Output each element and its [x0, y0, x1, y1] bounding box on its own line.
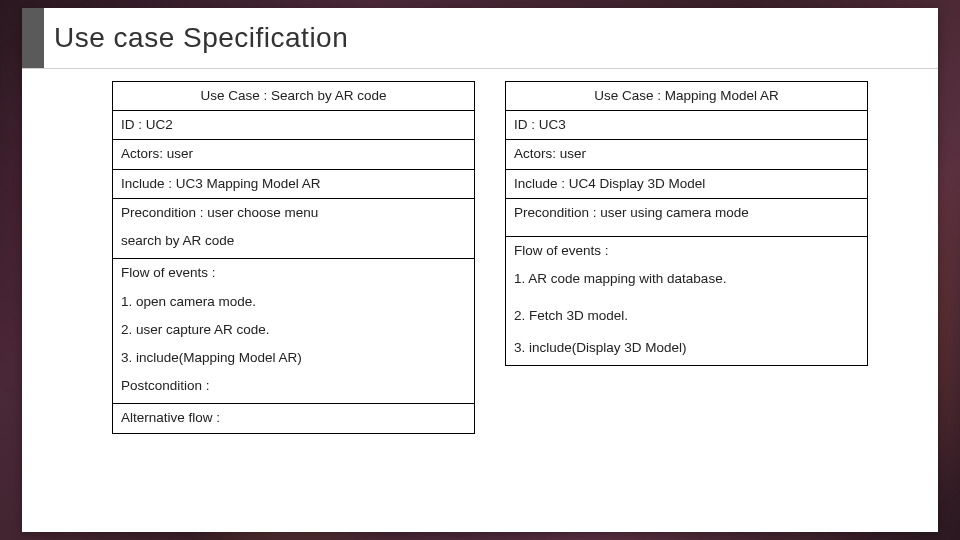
content-area: Use Case : Search by AR code ID : UC2 Ac… — [22, 69, 938, 444]
uc2-postcondition: Postcondition : — [121, 377, 466, 395]
uc2-include: Include : UC3 Mapping Model AR — [113, 169, 475, 198]
uc2-precond-line2: search by AR code — [121, 232, 466, 250]
uc3-header: Use Case : Mapping Model AR — [506, 82, 868, 111]
header-accent-bar — [22, 8, 44, 68]
uc3-id: ID : UC3 — [506, 111, 868, 140]
uc3-flow-step1: 1. AR code mapping with database. — [514, 270, 859, 288]
page-title: Use case Specification — [44, 8, 362, 68]
uc3-actors: Actors: user — [506, 140, 868, 169]
usecase-table-uc3: Use Case : Mapping Model AR ID : UC3 Act… — [505, 81, 868, 366]
uc2-precondition: Precondition : user choose menu search b… — [113, 198, 475, 258]
uc2-flow: Flow of events : 1. open camera mode. 2.… — [113, 259, 475, 404]
uc2-id: ID : UC2 — [113, 111, 475, 140]
uc3-flow-label: Flow of events : — [514, 242, 859, 260]
slide-header: Use case Specification — [22, 8, 938, 69]
uc2-altflow: Alternative flow : — [113, 404, 475, 433]
uc2-flow-label: Flow of events : — [121, 264, 466, 282]
uc3-flow-step2: 2. Fetch 3D model. — [514, 307, 859, 325]
uc3-include: Include : UC4 Display 3D Model — [506, 169, 868, 198]
uc3-precondition: Precondition : user using camera mode — [506, 198, 868, 236]
uc2-actors: Actors: user — [113, 140, 475, 169]
slide: Use case Specification Use Case : Search… — [22, 8, 938, 532]
uc2-flow-step3: 3. include(Mapping Model AR) — [121, 349, 466, 367]
usecase-left-column: Use Case : Search by AR code ID : UC2 Ac… — [112, 81, 475, 434]
uc2-flow-step1: 1. open camera mode. — [121, 293, 466, 311]
uc3-flow-step3: 3. include(Display 3D Model) — [514, 339, 859, 357]
uc3-flow: Flow of events : 1. AR code mapping with… — [506, 237, 868, 366]
usecase-table-uc2: Use Case : Search by AR code ID : UC2 Ac… — [112, 81, 475, 434]
uc2-flow-step2: 2. user capture AR code. — [121, 321, 466, 339]
uc2-header: Use Case : Search by AR code — [113, 82, 475, 111]
usecase-right-column: Use Case : Mapping Model AR ID : UC3 Act… — [505, 81, 868, 434]
uc2-precond-line1: Precondition : user choose menu — [121, 204, 466, 222]
